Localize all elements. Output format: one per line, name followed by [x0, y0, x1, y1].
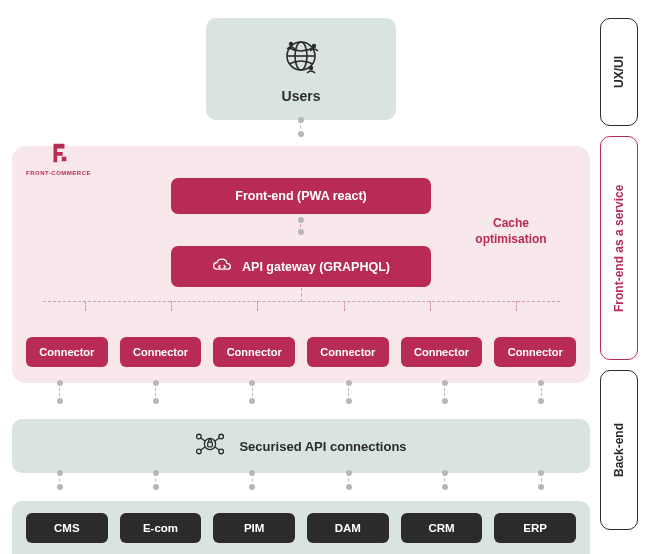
frontend-pwa-label: Front-end (PWA react): [235, 189, 366, 203]
brand-logo-icon: [48, 142, 70, 168]
api-gateway-box: API gateway (GRAPHQL): [171, 246, 431, 287]
cloud-icon: [212, 257, 232, 276]
cache-optimisation-label: Cache optimisation: [456, 216, 566, 247]
globe-users-icon: [279, 34, 323, 82]
side-label-uxui: UX/UI: [600, 18, 638, 126]
svg-point-4: [312, 44, 316, 48]
client-system-box: CMS E-com PIM DAM CRM ERP Client informa…: [12, 501, 590, 554]
system-pill: CMS: [26, 513, 108, 543]
connector-box: Connector: [401, 337, 483, 367]
svg-point-12: [219, 449, 224, 454]
svg-rect-8: [208, 442, 213, 447]
svg-point-5: [309, 66, 313, 70]
system-pill: PIM: [213, 513, 295, 543]
system-row: CMS E-com PIM DAM CRM ERP: [26, 513, 576, 543]
connector-box: Connector: [120, 337, 202, 367]
dotted-connector-row: [12, 473, 590, 487]
svg-line-16: [215, 447, 220, 450]
svg-point-7: [205, 438, 216, 449]
brand-badge: FRONT-COMMERCE: [26, 142, 91, 176]
side-label-backend: Back-end: [600, 370, 638, 530]
dashed-splitter: [43, 301, 560, 302]
svg-point-9: [197, 434, 202, 439]
system-pill: ERP: [494, 513, 576, 543]
svg-rect-6: [61, 157, 66, 162]
api-gateway-label: API gateway (GRAPHQL): [242, 260, 390, 274]
svg-line-13: [201, 438, 206, 441]
side-label-feaas: Front-end as a service: [600, 136, 638, 360]
svg-point-11: [197, 449, 202, 454]
secure-api-label: Securised API connections: [239, 439, 406, 454]
dotted-connector-row: [12, 383, 590, 401]
svg-line-15: [201, 447, 206, 450]
svg-point-3: [289, 42, 293, 46]
frontend-pwa-box: Front-end (PWA react): [171, 178, 431, 214]
system-pill: E-com: [120, 513, 202, 543]
dashed-branches: [43, 301, 560, 311]
connector-row: Connector Connector Connector Connector …: [26, 337, 576, 367]
secure-api-box: Securised API connections: [12, 419, 590, 473]
users-box: Users: [206, 18, 396, 120]
dotted-connector: [300, 220, 302, 232]
connector-box: Connector: [213, 337, 295, 367]
system-pill: CRM: [401, 513, 483, 543]
svg-line-14: [215, 438, 220, 441]
dotted-connector: [300, 120, 302, 134]
system-pill: DAM: [307, 513, 389, 543]
connector-box: Connector: [494, 337, 576, 367]
brand-name: FRONT-COMMERCE: [26, 170, 91, 176]
network-lock-icon: [195, 431, 225, 461]
connector-box: Connector: [307, 337, 389, 367]
frontend-container: FRONT-COMMERCE Front-end (PWA react) API…: [12, 146, 590, 383]
users-label: Users: [282, 88, 321, 104]
svg-point-10: [219, 434, 224, 439]
connector-box: Connector: [26, 337, 108, 367]
